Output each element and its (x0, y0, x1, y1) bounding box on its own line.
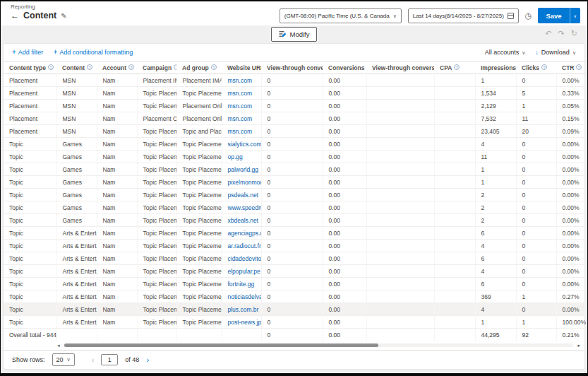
next-page-icon[interactable]: › (146, 356, 149, 364)
cell: Topic Placement IMA (137, 189, 176, 201)
table-row[interactable]: PlacementMSNNamTopic PlacementPlacement … (4, 100, 586, 112)
info-icon[interactable]: ? (128, 64, 134, 70)
info-icon[interactable]: ? (87, 64, 92, 70)
table-row[interactable]: TopicArts & EntertainmentNamTopic Placem… (4, 290, 586, 303)
column-header[interactable]: Impressions? (475, 61, 516, 74)
table-row[interactable]: PlacementMSNNamPlacement IMAPlacement IM… (4, 74, 586, 87)
cell: 100.00% (556, 316, 586, 329)
scroll-right-icon[interactable]: ▸ (577, 343, 580, 348)
table-row[interactable]: TopicGamesNamTopic Placement IMATopic Pl… (4, 201, 586, 214)
website-url-link[interactable]: www.speedrun.com (228, 204, 262, 211)
column-header[interactable]: Content type? (4, 61, 56, 74)
table-row[interactable]: TopicGamesNamTopic Placement IMATopic Pl… (4, 189, 586, 201)
website-url-link[interactable]: msn.com (228, 102, 252, 110)
table-row[interactable]: TopicGamesNamTopic Placement IMATopic Pl… (4, 151, 586, 163)
save-button[interactable]: Save (538, 8, 569, 23)
column-header[interactable]: Clicks? (516, 61, 556, 74)
timezone-select[interactable]: (GMT-08:00) Pacific Time (U.S. & Canada … (280, 8, 402, 23)
column-header[interactable]: Conversions? (323, 61, 366, 74)
info-icon[interactable]: ? (174, 64, 176, 70)
info-icon[interactable]: ? (211, 64, 217, 70)
plus-icon: + (12, 49, 16, 56)
add-filter-button[interactable]: + Add filter (12, 49, 43, 56)
cell: 0 (516, 252, 556, 265)
page-size-select[interactable]: 20 ∨ (52, 353, 75, 366)
save-dropdown-button[interactable]: ∨ (570, 8, 580, 23)
table-row[interactable]: TopicArts & EntertainmentNamTopic Placem… (4, 252, 586, 265)
website-url-link[interactable]: post-news.jp (228, 319, 262, 326)
column-header[interactable]: Ad group? (176, 61, 222, 74)
table-row[interactable]: PlacementMSNNamTopic Placement IMATopic … (4, 87, 586, 100)
column-header[interactable]: CTR? (556, 61, 586, 74)
website-url-link[interactable]: sialytics.com (228, 141, 262, 148)
website-url-link[interactable]: msn.com (228, 90, 252, 97)
schedule-icon[interactable]: ◷ (525, 11, 532, 20)
table-row[interactable]: TopicGamesNamTopic Placement IMATopic Pl… (4, 214, 586, 227)
back-arrow-icon[interactable]: ← (11, 11, 19, 20)
table-row[interactable]: TopicGamesNamTopic Placement IMATopic Pl… (4, 176, 586, 189)
horizontal-scrollbar[interactable]: ◂ ▸ (4, 341, 584, 350)
table-row[interactable]: TopicArts & EntertainmentNamTopic Placem… (4, 316, 586, 329)
cell: 0 (261, 227, 323, 240)
website-url-link[interactable]: xbdeals.net (228, 217, 258, 224)
cell: MSN (56, 74, 97, 87)
website-url-link[interactable]: msn.com (228, 77, 252, 84)
accounts-filter-dropdown[interactable]: All accounts ∨ (485, 49, 526, 56)
cell: Topic Placement and… (176, 163, 222, 176)
column-header[interactable]: Campaign? (137, 61, 176, 74)
website-url-link[interactable]: psdeals.net (228, 192, 258, 199)
scroll-left-icon[interactable]: ◂ (57, 343, 60, 348)
cell: Nam (97, 278, 137, 290)
website-url-link[interactable]: elpopular.pe (228, 268, 260, 275)
website-url-link[interactable]: palworld.gg (228, 166, 258, 173)
prev-page-icon[interactable]: ‹ (92, 356, 95, 364)
info-icon[interactable]: ? (454, 64, 460, 70)
refresh-icon[interactable]: ↻ (571, 29, 577, 37)
cell: Topic Placement and… (176, 176, 222, 189)
website-url-link[interactable]: msn.com (228, 128, 252, 135)
website-url-link[interactable]: op.gg (228, 153, 243, 160)
cell: Topic Placement and… (176, 290, 222, 303)
column-header[interactable]: View-through conversions CPA? (366, 61, 434, 74)
undo-icon[interactable]: ↶ (545, 29, 551, 37)
website-url-link[interactable]: fortnite.gg (228, 281, 255, 288)
website-url-link[interactable]: plus.com.br (228, 306, 259, 313)
table-row[interactable]: TopicArts & EntertainmentNamTopic Placem… (4, 240, 586, 252)
info-icon[interactable]: ? (576, 64, 582, 70)
redo-icon[interactable]: ↷ (558, 29, 565, 37)
website-url-link[interactable]: msn.com (228, 115, 252, 122)
total-row[interactable]: Overall total - 944 row(s)00.0044,295920… (4, 329, 586, 341)
column-header[interactable]: CPA? (434, 61, 475, 74)
modify-button[interactable]: Modify (271, 27, 318, 42)
table-row[interactable]: TopicArts & EntertainmentNamTopic Placem… (4, 265, 586, 278)
website-url-link[interactable]: ar.radiocut.fm (228, 242, 262, 249)
table-row[interactable]: TopicGamesNamTopic Placement IMATopic Pl… (4, 163, 586, 176)
scrollbar-track[interactable] (64, 343, 573, 347)
scrollbar-thumb[interactable] (64, 343, 378, 347)
page-input[interactable] (101, 354, 118, 365)
table-row[interactable]: PlacementMSNNamTopic PlacementTopic and … (4, 125, 586, 138)
info-icon[interactable]: ? (48, 64, 54, 70)
website-url-link[interactable]: cidadedevitoria.com (228, 255, 262, 262)
column-header[interactable]: View-through conversions? (261, 61, 323, 74)
website-url-link[interactable]: noticiasdelvalle.com… (228, 293, 262, 300)
column-header[interactable]: Website URL? (222, 61, 261, 74)
cell: Arts & Entertainment (56, 227, 97, 240)
table-row[interactable]: TopicGamesNamTopic Placement IMATopic Pl… (4, 138, 586, 151)
cell (366, 138, 434, 151)
table-row[interactable]: TopicArts & EntertainmentNamTopic Placem… (4, 278, 586, 290)
website-url-link[interactable]: pixelmonmod.com (228, 179, 262, 186)
website-url-link[interactable]: agenciagps.com (228, 230, 262, 237)
info-icon[interactable]: ? (541, 64, 547, 70)
cell: 0 (261, 189, 323, 201)
column-header[interactable]: Account? (97, 61, 137, 74)
cell (366, 201, 434, 214)
edit-pencil-icon[interactable]: ✎ (61, 12, 66, 20)
download-button[interactable]: ↓ Download ∨ (535, 49, 576, 56)
date-range-picker[interactable]: Last 14 days(8/14/2025 - 8/27/2025) (408, 8, 519, 23)
add-conditional-formatting-button[interactable]: + Add conditional formatting (53, 49, 133, 56)
table-row[interactable]: PlacementMSNNamPlacement OnlyPlacement O… (4, 112, 586, 125)
table-row[interactable]: TopicArts & EntertainmentNamTopic Placem… (4, 303, 586, 316)
table-row[interactable]: TopicArts & EntertainmentNamTopic Placem… (4, 227, 586, 240)
column-header[interactable]: Content? (56, 61, 97, 74)
